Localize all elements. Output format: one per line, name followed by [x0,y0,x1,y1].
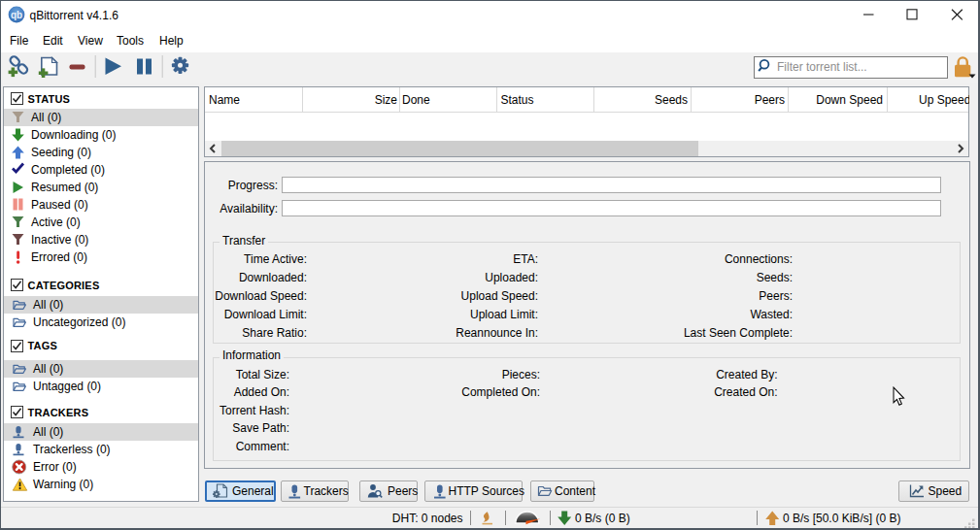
svg-text:qb: qb [11,10,22,20]
